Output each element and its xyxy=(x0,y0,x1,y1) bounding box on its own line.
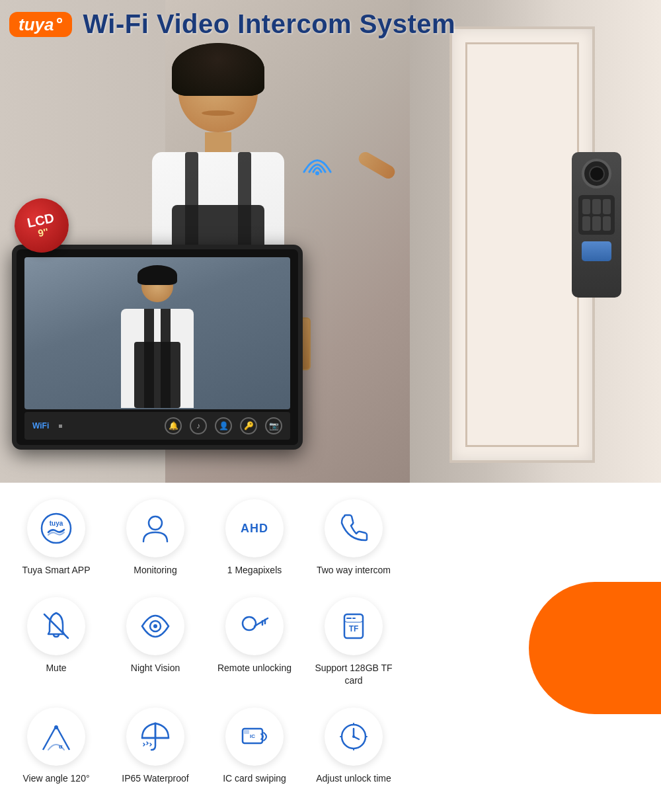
view-angle-icon-circle: α xyxy=(27,708,85,766)
feature-remote-unlock: Remote unlocking xyxy=(205,587,304,698)
person-neck xyxy=(205,132,231,152)
mute-icon-circle xyxy=(27,597,85,655)
brand-name: tuya xyxy=(19,16,54,33)
remote-unlock-label: Remote unlocking xyxy=(217,662,292,675)
svg-text:IC: IC xyxy=(250,733,255,739)
features-row-3: α View angle 120° IP65 Waterproof xyxy=(7,698,654,795)
bell-slash-icon xyxy=(39,609,73,643)
eye-icon xyxy=(138,609,173,643)
key-1 xyxy=(582,199,590,214)
orange-decoration xyxy=(529,582,661,714)
ic-card-icon-circle: IC xyxy=(225,708,284,766)
angle-icon: α xyxy=(39,719,73,754)
doorbell-unit xyxy=(572,152,621,298)
features-section: 09:27:25 ▪▪ 54% ← 智能摄像机 ··· 42:16:15 16:… xyxy=(0,483,661,808)
person-hair xyxy=(172,43,264,96)
person-smile xyxy=(202,110,235,116)
feature-unlock-time: Adjust unlock time xyxy=(304,698,403,795)
monitoring-label: Monitoring xyxy=(134,564,176,577)
svg-point-5 xyxy=(149,516,162,530)
person-icon xyxy=(138,511,173,546)
svg-point-2 xyxy=(58,19,61,22)
svg-rect-22 xyxy=(244,730,249,734)
svg-point-26 xyxy=(352,735,355,738)
unlock-time-label: Adjust unlock time xyxy=(316,772,391,786)
intercom-icon-circle xyxy=(325,499,383,557)
feature-tf-card: TF Support 128GB TF card xyxy=(304,587,403,698)
intercom-label: Two way intercom xyxy=(317,564,391,577)
header-image: LCD 9'' tuya Wi-Fi Video Intercom System xyxy=(0,0,661,483)
svg-point-9 xyxy=(243,617,256,630)
monitor-icon-music: ♪ xyxy=(190,417,207,434)
ahd-text: AHD xyxy=(241,522,268,536)
umbrella-icon xyxy=(138,719,173,754)
ic-card-icon: IC xyxy=(237,719,272,754)
feature-monitoring: Monitoring xyxy=(106,489,205,587)
svg-point-8 xyxy=(153,624,157,628)
screen-person xyxy=(114,264,200,409)
monitor-icon-bell: 🔔 xyxy=(165,417,182,434)
lcd-size: 9'' xyxy=(37,225,50,239)
person-head xyxy=(178,53,258,132)
view-angle-label: View angle 120° xyxy=(22,772,89,786)
tf-card-icon: TF xyxy=(336,609,371,643)
monitor-icon-camera: 📷 xyxy=(265,417,282,434)
feature-intercom: Two way intercom xyxy=(304,489,403,587)
monitor-bottom-bar: WiFi 🔔 ♪ 👤 🔑 📷 xyxy=(24,412,290,440)
feature-view-angle: α View angle 120° xyxy=(7,698,106,795)
svg-text:α: α xyxy=(59,743,63,750)
feature-tuya-app: tuya Tuya Smart APP xyxy=(7,489,106,587)
features-row-1: tuya Tuya Smart APP Monitoring AHD xyxy=(7,489,654,587)
svg-text:tuya: tuya xyxy=(50,520,63,527)
night-vision-label: Night Vision xyxy=(131,662,180,675)
remote-unlock-icon-circle xyxy=(225,597,284,655)
camera-lens xyxy=(589,166,605,182)
tf-card-icon-circle: TF xyxy=(325,597,383,655)
svg-text:TF: TF xyxy=(349,624,359,633)
top-bar: tuya Wi-Fi Video Intercom System xyxy=(9,9,652,39)
doorbell-keypad xyxy=(578,195,615,235)
lcd-monitor: WiFi 🔔 ♪ 👤 🔑 📷 xyxy=(12,245,303,450)
svg-point-0 xyxy=(315,171,319,175)
tuya-logo-icon xyxy=(56,17,63,24)
feature-mute: Mute xyxy=(7,587,106,698)
key-4 xyxy=(582,216,590,231)
key-2 xyxy=(592,199,600,214)
wifi-label: WiFi xyxy=(32,421,49,430)
mute-label: Mute xyxy=(46,662,66,675)
header-tagline: Wi-Fi Video Intercom System xyxy=(83,9,455,39)
clock-icon xyxy=(336,719,371,754)
megapixels-label: 1 Megapixels xyxy=(227,564,282,577)
ahd-icon-circle: AHD xyxy=(225,499,284,557)
door-inner-panel xyxy=(465,42,579,447)
doorbell-button[interactable] xyxy=(582,241,611,261)
feature-waterproof: IP65 Waterproof xyxy=(106,698,205,795)
doorbell-camera xyxy=(582,159,611,188)
waterproof-icon-circle xyxy=(126,708,184,766)
wall-right xyxy=(410,0,661,483)
key-icon xyxy=(237,609,272,643)
tf-card-label: Support 128GB TF card xyxy=(307,662,400,688)
wifi-signal xyxy=(297,145,337,179)
key-6 xyxy=(603,216,611,231)
lcd-badge: LCD 9'' xyxy=(15,198,69,253)
monitor-icon-person: 👤 xyxy=(215,417,232,434)
tuya-app-icon-circle: tuya xyxy=(27,499,85,557)
key-5 xyxy=(592,216,600,231)
ic-card-label: IC card swiping xyxy=(223,772,286,786)
svg-point-3 xyxy=(42,514,71,543)
tuya-app-label: Tuya Smart APP xyxy=(22,564,91,577)
monitor-icon-key: 🔑 xyxy=(240,417,257,434)
feature-ic-card: IC IC card swiping xyxy=(205,698,304,795)
key-3 xyxy=(603,199,611,214)
tuya-logo: tuya xyxy=(9,12,72,37)
monitoring-icon-circle xyxy=(126,499,184,557)
feature-night-vision: Night Vision xyxy=(106,587,205,698)
unlock-time-icon-circle xyxy=(325,708,383,766)
tuya-icon: tuya xyxy=(39,511,73,546)
feature-megapixels: AHD 1 Megapixels xyxy=(205,489,304,587)
phone-icon xyxy=(336,511,371,546)
waterproof-label: IP65 Waterproof xyxy=(122,772,188,786)
svg-point-18 xyxy=(54,725,58,729)
night-vision-icon-circle xyxy=(126,597,184,655)
